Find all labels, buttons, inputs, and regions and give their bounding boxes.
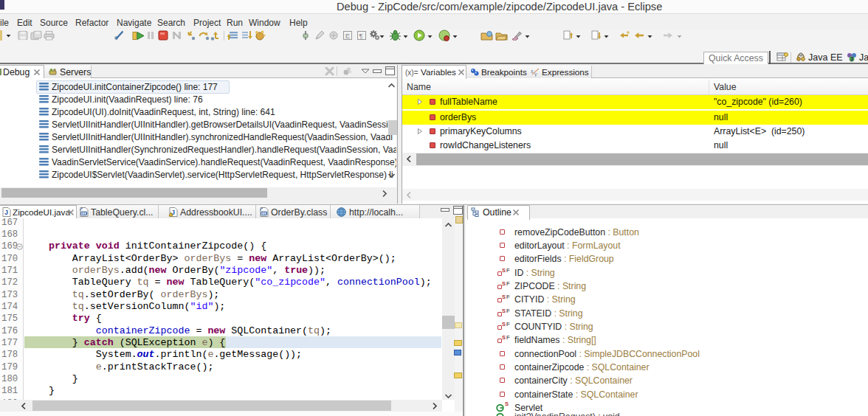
- svg-text:J: J: [850, 56, 853, 63]
- svg-text:J: J: [4, 209, 8, 216]
- svg-text:010: 010: [261, 212, 267, 215]
- svg-text:010: 010: [81, 212, 87, 215]
